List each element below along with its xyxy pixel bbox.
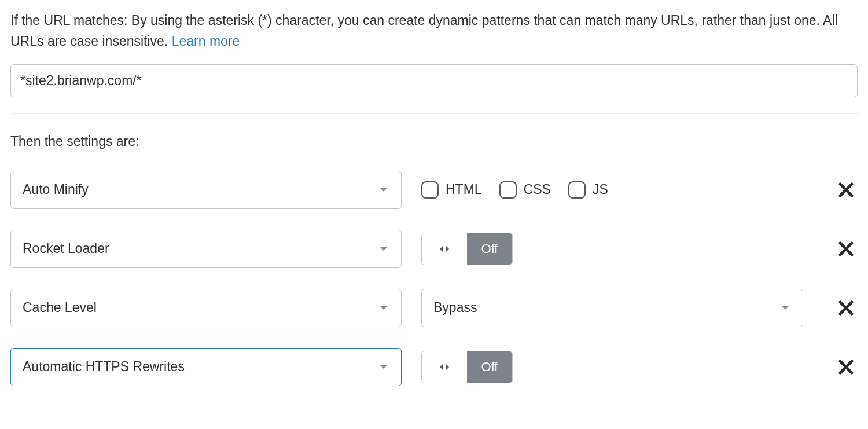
- setting-row-auto-minify: Auto Minify HTML CSS JS: [10, 171, 858, 209]
- toggle-on-segment[interactable]: [422, 233, 467, 265]
- setting-select-auto-minify[interactable]: Auto Minify: [10, 171, 402, 209]
- url-match-description: If the URL matches: By using the asteris…: [10, 10, 858, 52]
- chevron-down-icon: [379, 187, 388, 193]
- remove-row-button[interactable]: [834, 178, 858, 201]
- url-pattern-input[interactable]: [10, 64, 858, 97]
- checkbox-icon: [499, 181, 517, 199]
- checkbox-css[interactable]: CSS: [499, 179, 551, 200]
- value-select-cache-level[interactable]: Bypass: [421, 289, 803, 327]
- checkbox-label: CSS: [524, 179, 551, 200]
- setting-select-rocket-loader[interactable]: Rocket Loader: [10, 230, 402, 268]
- url-match-description-text: If the URL matches: By using the asteris…: [10, 13, 838, 49]
- setting-row-rocket-loader: Rocket Loader Off: [10, 230, 858, 268]
- setting-row-https-rewrites: Automatic HTTPS Rewrites Off: [10, 348, 858, 386]
- checkbox-html[interactable]: HTML: [421, 179, 482, 200]
- toggle-on-segment[interactable]: [422, 351, 467, 383]
- toggle-rocket-loader[interactable]: Off: [421, 233, 513, 265]
- checkbox-icon: [568, 181, 586, 199]
- toggle-off-segment[interactable]: Off: [467, 351, 512, 383]
- checkbox-icon: [421, 181, 439, 199]
- learn-more-link[interactable]: Learn more: [172, 34, 240, 49]
- chevron-down-icon: [781, 305, 790, 311]
- divider: [10, 113, 858, 114]
- chevron-down-icon: [379, 246, 388, 252]
- toggle-https-rewrites[interactable]: Off: [421, 351, 513, 383]
- value-select-label: Bypass: [433, 298, 477, 318]
- setting-row-cache-level: Cache Level Bypass: [10, 289, 858, 327]
- checkbox-js[interactable]: JS: [568, 179, 608, 200]
- setting-select-label: Auto Minify: [23, 179, 89, 200]
- setting-select-cache-level[interactable]: Cache Level: [10, 289, 402, 327]
- checkbox-label: JS: [593, 179, 608, 200]
- remove-row-button[interactable]: [834, 355, 858, 379]
- toggle-off-segment[interactable]: Off: [467, 233, 512, 265]
- remove-row-button[interactable]: [834, 237, 858, 261]
- chevron-down-icon: [379, 305, 388, 311]
- setting-select-label: Automatic HTTPS Rewrites: [23, 357, 185, 377]
- arrows-horizontal-icon: [439, 363, 450, 371]
- setting-select-label: Rocket Loader: [23, 239, 109, 259]
- setting-select-label: Cache Level: [23, 298, 97, 318]
- setting-select-https-rewrites[interactable]: Automatic HTTPS Rewrites: [10, 348, 402, 386]
- arrows-horizontal-icon: [439, 245, 450, 253]
- chevron-down-icon: [379, 364, 388, 370]
- then-settings-label: Then the settings are:: [10, 131, 858, 152]
- minify-checkbox-group: HTML CSS JS: [421, 179, 809, 200]
- remove-row-button[interactable]: [834, 296, 858, 320]
- checkbox-label: HTML: [446, 179, 482, 200]
